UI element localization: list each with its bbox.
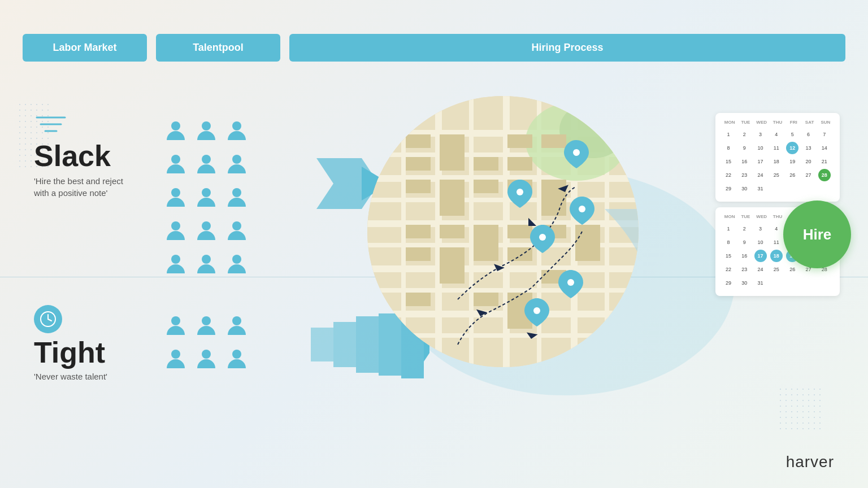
cal-cell: 25 [770,169,783,181]
svg-rect-56 [406,157,431,171]
cal-cell: 15 [722,155,735,168]
svg-point-18 [171,255,180,264]
cal-cell [802,182,814,195]
svg-point-83 [579,206,585,212]
tab-talent[interactable]: Talentpool [156,34,280,62]
person-icon [225,119,253,150]
svg-point-80 [517,189,523,195]
svg-rect-77 [474,293,498,306]
cal-cell: 10 [754,142,767,154]
harver-logo: harver [786,453,834,471]
cal-cell: 20 [802,155,814,168]
svg-rect-66 [541,180,566,216]
person-icon [225,185,253,216]
cal-cell: 23 [738,263,750,276]
svg-point-12 [171,188,180,197]
person-icon [164,185,192,216]
cal-cell [818,182,831,195]
cal-cell: 9 [738,236,750,249]
svg-rect-61 [406,180,431,193]
header-tabs: Labor Market Talentpool Hiring Process [23,34,845,62]
cal-cell: 25 [770,263,783,276]
svg-point-22 [202,316,211,325]
cal-cell: 29 [722,277,735,289]
svg-point-84 [567,279,574,286]
svg-rect-57 [440,134,465,171]
cal-cell: 3 [754,128,767,141]
tight-person-grid [164,313,253,378]
person-icon [194,252,223,283]
cal-cell: 1 [722,223,735,235]
svg-point-24 [171,350,180,359]
svg-rect-72 [440,247,465,284]
cal-cell: 2 [738,128,750,141]
tight-subtitle: 'Never waste talent' [34,372,107,381]
svg-rect-60 [507,157,532,171]
svg-point-9 [171,155,180,164]
cal-cell: 21 [818,155,831,168]
svg-point-82 [539,234,546,241]
person-icon [164,313,192,345]
cal-grid-1: 1 2 3 4 5 6 7 8 9 10 11 12 13 14 15 16 1… [722,128,833,195]
svg-rect-75 [575,225,600,261]
filter-icon [34,113,68,136]
cal-cell: 30 [738,182,750,195]
svg-rect-62 [440,180,465,216]
cal-cell: 16 [738,155,750,168]
cal-cell [786,277,798,289]
cal-cell: 29 [722,182,735,195]
tight-section: Tight 'Never waste talent' [34,305,107,381]
cal-header-1: MON TUE WED THU FRI SAT SUN [722,120,833,125]
map-area [367,96,639,367]
svg-point-6 [171,121,180,130]
svg-point-13 [202,188,211,197]
cal-cell-hire: 28 [818,169,831,181]
person-icon [194,119,223,150]
person-icon [225,313,253,345]
svg-rect-65 [541,134,566,148]
tab-hiring[interactable]: Hiring Process [289,34,845,62]
cal-cell: 1 [722,128,735,141]
svg-point-19 [202,255,211,264]
svg-point-20 [232,255,241,264]
svg-point-17 [232,221,241,230]
cal-cell: 22 [722,263,735,276]
cal-cell: 26 [786,169,798,181]
cal-cell: 2 [738,223,750,235]
svg-rect-58 [474,157,498,171]
cal-cell: 11 [770,142,783,154]
cal-cell: 17 [754,155,767,168]
svg-point-85 [533,307,540,314]
svg-rect-76 [406,293,431,306]
svg-point-23 [232,316,241,325]
svg-point-25 [202,350,211,359]
svg-point-11 [232,155,241,164]
svg-marker-32 [379,313,401,376]
cal-cell: 8 [722,142,735,154]
cal-cell: 19 [786,155,798,168]
tab-labor[interactable]: Labor Market [23,34,147,62]
person-icon [194,313,223,345]
svg-rect-68 [440,225,465,238]
cal-cell-highlighted: 18 [770,250,783,262]
cal-cell: 24 [754,169,767,181]
svg-point-7 [202,121,211,130]
hire-button[interactable]: Hire [783,201,851,268]
cal-cell: 11 [770,236,783,249]
cal-cell [770,277,783,289]
cal-cell: 16 [738,250,750,262]
cal-cell: 5 [786,128,798,141]
cal-cell: 6 [802,128,814,141]
cal-cell: 24 [754,263,767,276]
svg-point-21 [171,316,180,325]
slack-subtitle: 'Hire the best and reject with a positiv… [34,175,123,199]
person-icon [164,252,192,283]
svg-rect-71 [406,247,431,261]
cal-cell: 18 [770,155,783,168]
cal-cell: 14 [818,142,831,154]
slack-person-grid [164,119,253,283]
svg-rect-69 [474,225,498,261]
svg-marker-29 [311,328,333,361]
person-icon [194,185,223,216]
svg-point-10 [202,155,211,164]
